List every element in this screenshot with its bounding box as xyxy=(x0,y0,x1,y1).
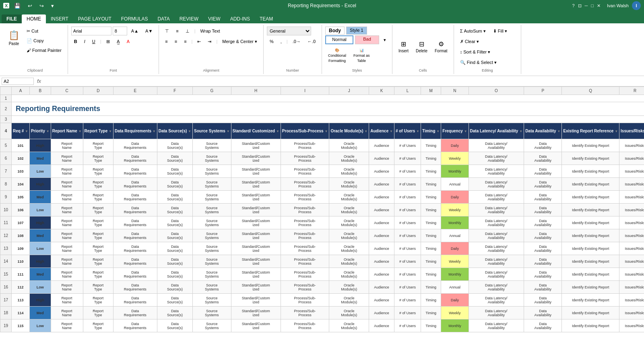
cell-process-115[interactable]: Process/Sub-Process xyxy=(281,319,329,332)
cell-data-req-101[interactable]: DataRequirements xyxy=(113,139,157,152)
cell-process-110[interactable]: Process/Sub-Process xyxy=(281,255,329,268)
cell-process-101[interactable]: Process/Sub-Process xyxy=(281,139,329,152)
cell-report-name-109[interactable]: ReportName xyxy=(51,242,83,255)
cell-issues-114[interactable]: Issues/Risks xyxy=(619,307,644,319)
cell-report-name-113[interactable]: ReportName xyxy=(51,294,83,307)
cell-source-sys-104[interactable]: SourceSystems xyxy=(193,178,231,191)
insert-button[interactable]: ⊞ Insert xyxy=(396,35,411,58)
cell-data-req-109[interactable]: DataRequirements xyxy=(113,242,157,255)
cell-existing-112[interactable]: Identify Existing Report xyxy=(562,281,619,294)
bold-button[interactable]: B xyxy=(71,37,80,46)
cell-users-111[interactable]: # of Users xyxy=(394,268,421,281)
cell-source-sys-115[interactable]: SourceSystems xyxy=(193,319,231,332)
cell-audience-110[interactable]: Audience xyxy=(369,255,394,268)
cell-issues-104[interactable]: Issues/Risks xyxy=(619,178,644,191)
cell-existing-104[interactable]: Identify Existing Report xyxy=(562,178,619,191)
cell-users-109[interactable]: # of Users xyxy=(394,242,421,255)
cell-source-sys-110[interactable]: SourceSystems xyxy=(193,255,231,268)
cell-latency-115[interactable]: Data Latency/Availability xyxy=(469,319,524,332)
minimize-icon[interactable]: ─ xyxy=(585,3,588,8)
cell-issues-106[interactable]: Issues/Risks xyxy=(619,204,644,216)
cell-users-113[interactable]: # of Users xyxy=(394,294,421,307)
percent-button[interactable]: % xyxy=(267,37,277,46)
cell-data-avail-110[interactable]: DataAvailability xyxy=(524,255,562,268)
decrease-font-button[interactable]: A▼ xyxy=(142,27,155,35)
cell-oracle-106[interactable]: OracleModule(s) xyxy=(329,204,369,216)
increase-indent-button[interactable]: ⇥ xyxy=(205,37,214,46)
header-data-req[interactable]: Data Requirements ▼ xyxy=(113,123,157,139)
cell-report-type-103[interactable]: ReportType xyxy=(83,165,113,178)
cell-data-req-108[interactable]: DataRequirements xyxy=(113,229,157,242)
cell-report-type-107[interactable]: ReportType xyxy=(83,216,113,229)
cell-issues-105[interactable]: Issues/Risks xyxy=(619,191,644,204)
spreadsheet-title[interactable]: Reporting Requirements xyxy=(12,102,644,116)
cell-oracle-108[interactable]: OracleModule(s) xyxy=(329,229,369,242)
cell-report-type-105[interactable]: ReportType xyxy=(83,191,113,204)
tab-page-layout[interactable]: PAGE LAYOUT xyxy=(73,14,116,23)
cell-data-req-105[interactable]: DataRequirements xyxy=(113,191,157,204)
col-header-D[interactable]: D xyxy=(83,87,113,95)
cell-users-102[interactable]: # of Users xyxy=(394,152,421,165)
cell-oracle-114[interactable]: OracleModule(s) xyxy=(329,307,369,319)
cell-oracle-103[interactable]: OracleModule(s) xyxy=(329,165,369,178)
cell-freq-106[interactable]: Weekly xyxy=(441,204,469,216)
cell-req-108[interactable]: 108 xyxy=(12,229,30,242)
cell-data-req-110[interactable]: DataRequirements xyxy=(113,255,157,268)
cell-latency-101[interactable]: Data Latency/Availability xyxy=(469,139,524,152)
italic-button[interactable]: I xyxy=(81,37,88,46)
cell-issues-115[interactable]: Issues/Risks xyxy=(619,319,644,332)
close-icon[interactable]: ✕ xyxy=(597,3,601,8)
cell-data-source-104[interactable]: DataSource(s) xyxy=(157,178,192,191)
cut-button[interactable]: ✂ Cut xyxy=(24,27,64,35)
col-header-I[interactable]: I xyxy=(281,87,329,95)
cell-priority-115[interactable]: Low xyxy=(29,319,51,332)
cell-data-req-103[interactable]: DataRequirements xyxy=(113,165,157,178)
cell-existing-103[interactable]: Identify Existing Report xyxy=(562,165,619,178)
col-header-Q[interactable]: Q xyxy=(562,87,619,95)
cell-latency-112[interactable]: Data Latency/Availability xyxy=(469,281,524,294)
cell-users-104[interactable]: # of Users xyxy=(394,178,421,191)
cell-latency-110[interactable]: Data Latency/Availability xyxy=(469,255,524,268)
cell-process-112[interactable]: Process/Sub-Process xyxy=(281,281,329,294)
cell-req-103[interactable]: 103 xyxy=(12,165,30,178)
wrap-text-button[interactable]: Wrap Text xyxy=(198,27,226,35)
cell-timing-111[interactable]: Timing xyxy=(421,268,441,281)
cell-latency-108[interactable]: Data Latency/Availability xyxy=(469,229,524,242)
cell-timing-110[interactable]: Timing xyxy=(421,255,441,268)
cell-standard-103[interactable]: Standard/Customized xyxy=(231,165,281,178)
col-header-G[interactable]: G xyxy=(193,87,231,95)
cell-oracle-104[interactable]: OracleModule(s) xyxy=(329,178,369,191)
cell-priority-114[interactable]: Med xyxy=(29,307,51,319)
col-header-K[interactable]: K xyxy=(369,87,394,95)
cell-report-name-101[interactable]: ReportName xyxy=(51,139,83,152)
cell-data-req-107[interactable]: DataRequirements xyxy=(113,216,157,229)
merge-center-button[interactable]: Merge & Center ▾ xyxy=(219,37,260,46)
align-right-button[interactable]: ≡ xyxy=(181,37,189,46)
tab-home[interactable]: HOME xyxy=(22,14,46,23)
cell-data-avail-105[interactable]: DataAvailability xyxy=(524,191,562,204)
cell-report-name-108[interactable]: ReportName xyxy=(51,229,83,242)
cell-standard-115[interactable]: Standard/Customized xyxy=(231,319,281,332)
align-top-button[interactable]: ⊤ xyxy=(162,27,172,35)
cell-source-sys-114[interactable]: SourceSystems xyxy=(193,307,231,319)
header-process[interactable]: Process/Sub-Process ▼ xyxy=(281,123,329,139)
cell-oracle-110[interactable]: OracleModule(s) xyxy=(329,255,369,268)
cell-priority-112[interactable]: Low xyxy=(29,281,51,294)
cell-data-source-102[interactable]: DataSource(s) xyxy=(157,152,192,165)
tab-formulas[interactable]: FORMULAS xyxy=(116,14,153,23)
cell-issues-108[interactable]: Issues/Risks xyxy=(619,229,644,242)
cell-timing-105[interactable]: Timing xyxy=(421,191,441,204)
style-normal[interactable]: Normal xyxy=(325,35,353,44)
cell-report-type-111[interactable]: ReportType xyxy=(83,268,113,281)
cell-freq-104[interactable]: Annual xyxy=(441,178,469,191)
cell-users-105[interactable]: # of Users xyxy=(394,191,421,204)
cell-data-avail-103[interactable]: DataAvailability xyxy=(524,165,562,178)
cell-priority-101[interactable]: High xyxy=(29,139,51,152)
cell-req-115[interactable]: 115 xyxy=(12,319,30,332)
align-bottom-button[interactable]: ⊥ xyxy=(183,27,192,35)
cell-data-avail-111[interactable]: DataAvailability xyxy=(524,268,562,281)
tab-review[interactable]: REVIEW xyxy=(175,14,203,23)
col-header-E[interactable]: E xyxy=(113,87,157,95)
cell-process-111[interactable]: Process/Sub-Process xyxy=(281,268,329,281)
quick-redo[interactable]: ↪ xyxy=(37,2,46,10)
